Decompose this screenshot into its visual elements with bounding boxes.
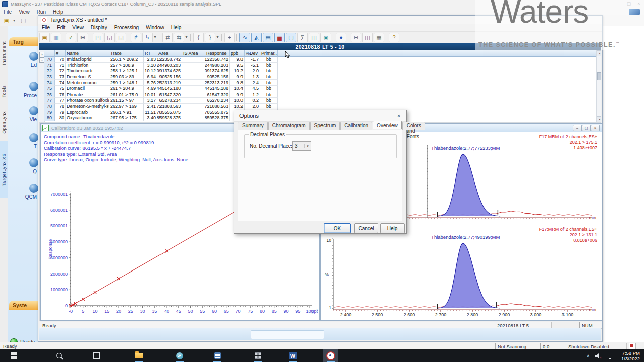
transfer-prev-button[interactable]: ⇄ xyxy=(162,33,173,42)
network-icon[interactable] xyxy=(607,353,614,358)
masslynx-menu-help[interactable]: Help xyxy=(49,9,67,15)
taskbar-masslynx-icon[interactable] xyxy=(172,349,187,362)
export-dropdown-button[interactable]: ▾ xyxy=(153,33,157,42)
dialog-tab-summary[interactable]: Summary xyxy=(238,122,268,130)
taskbar-word-icon[interactable]: W xyxy=(285,349,300,362)
table-row[interactable]: 7171Trichlorfon257 > 108.93.10244980.203… xyxy=(44,63,601,69)
masslynx-menu-view[interactable]: View xyxy=(15,9,33,15)
group-dropdown-button[interactable]: ▾ xyxy=(215,33,220,42)
view-summary-button[interactable]: ◰ xyxy=(93,33,103,42)
shortcut-item-proce[interactable]: Proce xyxy=(8,82,38,104)
help-tips-button[interactable]: ? xyxy=(389,33,399,42)
toggle-blank-pane-button[interactable]: ▢ xyxy=(286,33,296,42)
masslynx-menu-run[interactable]: Run xyxy=(33,9,49,15)
taskbar-app-blue-icon[interactable] xyxy=(210,349,225,362)
column-header--dev[interactable]: %Dev xyxy=(245,50,260,57)
split-horizontal-button[interactable]: ⊟ xyxy=(351,33,361,42)
table-row[interactable]: 7575Bromacil261 > 204.94.69445145.188445… xyxy=(44,86,601,92)
column-header-response[interactable]: Response xyxy=(205,50,230,57)
sidebar-tab-tools[interactable]: Tools xyxy=(0,79,8,104)
process-samples-button[interactable]: ⊞ xyxy=(77,33,88,42)
dialog-tab-colors-and-fonts[interactable]: Colors and Fonts xyxy=(403,122,425,130)
decimal-places-select[interactable]: 3 ▾ xyxy=(292,141,311,151)
open-file-button[interactable]: ▣ xyxy=(39,33,50,42)
targetlynx-menu-edit[interactable]: Edit xyxy=(53,25,69,30)
masslynx-menu-file[interactable]: File xyxy=(0,9,15,15)
notes-button[interactable]: ● xyxy=(336,33,346,42)
toggle-report-button[interactable]: ◫ xyxy=(309,33,319,42)
targetlynx-menu-view[interactable]: View xyxy=(69,25,87,30)
shortcut-item-ed[interactable]: Ed xyxy=(8,52,38,74)
shortcut-item-t[interactable]: T xyxy=(8,133,38,155)
table-vertical-scrollbar[interactable]: ▲ ▼ xyxy=(596,50,601,122)
cancel-button[interactable]: Cancel xyxy=(354,223,378,233)
toggle-chromatogram-button[interactable]: ◭ xyxy=(251,33,262,42)
horizontal-scroll-thumb[interactable] xyxy=(251,330,324,339)
options-dialog-titlebar[interactable]: Options xyxy=(234,110,406,122)
export-method-button[interactable]: ↳ xyxy=(142,33,153,42)
chromatogram-bottom-chart[interactable]: 2.4002.5002.6002.7002.8002.9003.0003.100… xyxy=(321,226,600,319)
dialog-tab-spectrum[interactable]: Spectrum xyxy=(310,122,340,130)
ok-button[interactable]: OK xyxy=(324,223,351,233)
table-corner[interactable] xyxy=(44,50,55,57)
next-group-button[interactable]: } xyxy=(205,33,215,42)
print-button[interactable]: ▦ xyxy=(374,33,384,42)
taskbar-targetlynx-icon[interactable] xyxy=(323,349,338,362)
transfer-next-button[interactable]: ⇆ xyxy=(174,33,184,42)
taskbar-clock[interactable]: 7:58 PM 1/3/2022 xyxy=(621,350,640,361)
fit-window-button[interactable]: + xyxy=(224,33,235,42)
table-row[interactable]: 7373Demeton_S259.03 > 896.9490525.156905… xyxy=(44,74,601,80)
dialog-tab-chromatogram[interactable]: Chromatogram xyxy=(268,122,310,130)
toggle-statistics-button[interactable]: ∑ xyxy=(297,33,308,42)
column-header--[interactable]: # xyxy=(55,50,66,57)
shortcut-item-vie[interactable]: Vie xyxy=(8,106,38,128)
table-row[interactable]: 7777Phorate oxon sulfoxide261.15 > 973.1… xyxy=(44,98,601,104)
transfer-dropdown-button[interactable]: ▾ xyxy=(184,33,189,42)
column-header-name[interactable]: Name xyxy=(66,50,109,57)
dialog-close-icon[interactable]: × xyxy=(393,112,405,120)
shortcut-item-q[interactable]: Q xyxy=(8,158,38,180)
toggle-calibration-curve-button[interactable]: ∿ xyxy=(239,33,250,42)
column-header-area[interactable]: Area xyxy=(157,50,182,57)
dialog-tab-overview[interactable]: Overview xyxy=(373,121,402,129)
column-header-primar-[interactable]: Primar... xyxy=(260,50,278,57)
column-header-trace[interactable]: Trace xyxy=(109,50,144,57)
shortcut-item-qcm[interactable]: QCM xyxy=(8,184,38,206)
toggle-web-button[interactable]: ◉ xyxy=(320,33,331,42)
dialog-tab-calibration[interactable]: Calibration xyxy=(340,122,372,130)
table-scroll-thumb[interactable] xyxy=(597,72,601,80)
taskbar-search-icon[interactable] xyxy=(51,349,66,362)
open-project-dropdown[interactable]: ▾ xyxy=(12,16,17,25)
targetlynx-menu-processing[interactable]: Processing xyxy=(111,25,142,30)
table-row[interactable]: 7272Thiobencarb258.1 > 125.110.121091374… xyxy=(44,68,601,74)
chromatogram-minimize-button[interactable]: – xyxy=(573,125,582,131)
taskbar-start-icon[interactable] xyxy=(6,349,21,362)
new-document[interactable]: ▢ xyxy=(18,16,28,25)
column-header-ppb[interactable]: ppb xyxy=(230,50,245,57)
column-header-is-area[interactable]: IS Area xyxy=(182,50,205,57)
tray-chevron-icon[interactable]: ∧ xyxy=(586,353,590,358)
sidebar-tab-instrument[interactable]: Instrument xyxy=(0,29,8,77)
taskbar-app-grid-icon[interactable] xyxy=(250,349,265,362)
table-row[interactable]: 7070Imidacloprid256.1 > 209.22.83122358.… xyxy=(44,57,601,63)
calibrate-button[interactable]: ✓ xyxy=(66,33,76,42)
table-row[interactable]: 7878Demeton-S-methyl-sulfone262.97 > 169… xyxy=(44,104,601,110)
table-row[interactable]: 7474Metobromuron259.1 > 148.15.76252313.… xyxy=(44,80,601,86)
table-row[interactable]: 7676Phorate261.01 > 75.010.0161547.32061… xyxy=(44,92,601,98)
chromatogram-maximize-button[interactable]: ▢ xyxy=(582,125,591,131)
taskbar-file-explorer-icon[interactable] xyxy=(132,349,147,362)
column-header-rt[interactable]: RT xyxy=(144,50,157,57)
view-quantify-button[interactable]: ◱ xyxy=(104,33,115,42)
toggle-results-bar-button[interactable]: ▅ xyxy=(274,33,285,42)
open-project[interactable]: ▣ xyxy=(2,16,12,25)
help-button[interactable]: Help xyxy=(380,223,405,233)
volume-muted-icon[interactable]: × xyxy=(595,353,601,358)
sidebar-tab-targetlynx-xs[interactable]: TargetLynx XS xyxy=(0,141,8,198)
save-file-button[interactable]: ▥ xyxy=(51,33,61,42)
toggle-spectrum-button[interactable]: ▤ xyxy=(263,33,273,42)
previous-group-button[interactable]: { xyxy=(193,33,204,42)
taskbar-task-view-icon[interactable] xyxy=(89,349,104,362)
targetlynx-menu-display[interactable]: Display xyxy=(87,25,111,30)
targetlynx-menu-help[interactable]: Help xyxy=(168,25,185,30)
targetlynx-menu-window[interactable]: Window xyxy=(142,25,168,30)
